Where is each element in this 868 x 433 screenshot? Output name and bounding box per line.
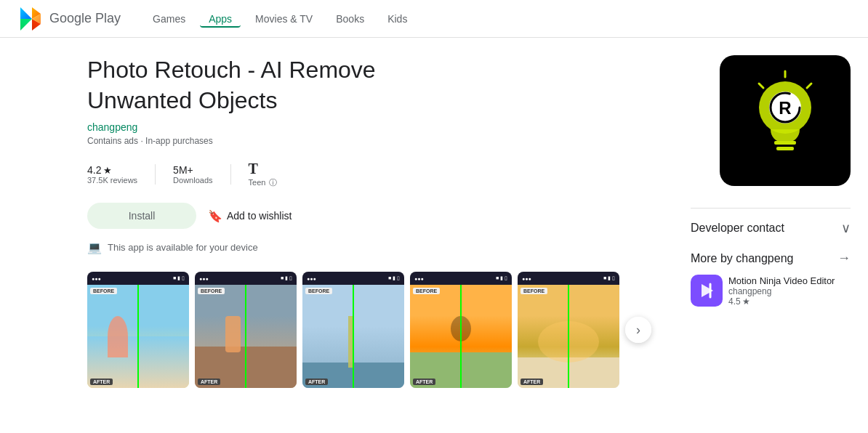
screenshot-2[interactable]: ●●●■ ▮ ▯ BEFORE AFTER xyxy=(195,272,297,388)
nav-item-games[interactable]: Games xyxy=(144,13,194,25)
nav-list: Games Apps Movies & TV Books Kids xyxy=(144,13,416,25)
right-panel: R Developer contact ∨ More by xyxy=(691,55,851,388)
stats-row: 4.2 ★ 37.5K reviews 5M+ Downloads T Teen… xyxy=(87,161,662,188)
statusbar-2: ●●●■ ▮ ▯ xyxy=(195,272,297,285)
screenshots-container: ●●●■ ▮ ▯ BEFORE AFTER xyxy=(87,272,619,388)
screenshot-mockup-4: ●●●■ ▮ ▯ BEFORE AFTER xyxy=(410,272,512,388)
info-icon[interactable]: ⓘ xyxy=(269,178,277,187)
motion-ninja-icon xyxy=(694,278,719,303)
after-badge-3: AFTER xyxy=(305,379,328,385)
rating-value: 4.2 ★ xyxy=(87,164,112,176)
screenshot-3[interactable]: ●●●■ ▮ ▯ BEFORE AFTER xyxy=(302,272,404,388)
main-nav: Games Apps Movies & TV Books Kids xyxy=(144,13,416,25)
before-badge-1: BEFORE xyxy=(90,288,117,294)
before-badge-2: BEFORE xyxy=(198,288,225,294)
related-app-icon xyxy=(691,275,723,307)
screenshot-body-2: BEFORE AFTER xyxy=(195,285,297,388)
nav-link-movies[interactable]: Movies & TV xyxy=(246,10,321,28)
play-logo-icon xyxy=(17,6,44,32)
developer-link[interactable]: changpeng xyxy=(87,121,662,133)
logo-text: Google Play xyxy=(49,11,121,26)
google-play-logo[interactable]: Google Play xyxy=(17,6,121,32)
device-icon: 💻 xyxy=(87,240,102,254)
rating-category-icon: T xyxy=(249,161,258,177)
related-app-row[interactable]: Motion Ninja Video Editor changpeng 4.5 … xyxy=(691,275,851,307)
stat-downloads: 5M+ Downloads xyxy=(173,164,230,185)
downloads-value: 5M+ xyxy=(173,164,193,176)
screenshot-body-4: BEFORE AFTER xyxy=(410,285,512,388)
statusbar-1: ●●●■ ▮ ▯ xyxy=(87,272,189,285)
before-badge-4: BEFORE xyxy=(413,288,440,294)
app-meta: Contains ads · In-app purchases xyxy=(87,136,662,146)
screenshot-mockup-3: ●●●■ ▮ ▯ BEFORE AFTER xyxy=(302,272,404,388)
before-badge-3: BEFORE xyxy=(305,288,332,294)
device-available: 💻 This app is available for your device xyxy=(87,240,662,254)
app-icon: R xyxy=(720,55,851,186)
star-icon: ★ xyxy=(103,165,112,176)
app-title-line2: Unwanted Objects xyxy=(87,87,277,113)
header: Google Play Games Apps Movies & TV Books… xyxy=(0,0,868,38)
screenshot-5[interactable]: ●●●■ ▮ ▯ BEFORE AFTER xyxy=(518,272,619,388)
screenshots-next-button[interactable]: › xyxy=(625,317,651,343)
nav-link-apps[interactable]: Apps xyxy=(200,10,241,28)
divider-line-2 xyxy=(245,285,246,388)
divider-line-1 xyxy=(137,285,139,388)
nav-link-books[interactable]: Books xyxy=(327,10,373,28)
statusbar-3: ●●●■ ▮ ▯ xyxy=(302,272,404,285)
teen-icon: T xyxy=(249,161,258,177)
screenshot-4[interactable]: ●●●■ ▮ ▯ BEFORE AFTER xyxy=(410,272,512,388)
arrow-right-icon[interactable]: → xyxy=(837,251,851,266)
screenshots-section: ●●●■ ▮ ▯ BEFORE AFTER xyxy=(0,272,662,388)
screenshot-body-5: BEFORE AFTER xyxy=(518,285,619,388)
svg-rect-2 xyxy=(774,141,796,145)
stat-rating-category: T Teen ⓘ xyxy=(249,161,295,188)
nav-item-kids[interactable]: Kids xyxy=(379,13,416,25)
install-button[interactable]: Install xyxy=(87,203,196,229)
related-app-developer: changpeng xyxy=(728,286,851,296)
more-by-section: More by changpeng → Motion Ninja Video E… xyxy=(691,251,851,307)
developer-contact-title: Developer contact xyxy=(691,222,784,235)
nav-item-movies[interactable]: Movies & TV xyxy=(246,13,321,25)
statusbar-4: ●●●■ ▮ ▯ xyxy=(410,272,512,285)
after-badge-5: AFTER xyxy=(521,379,543,385)
rating-number: 4.2 xyxy=(87,164,101,176)
chevron-right-icon: › xyxy=(636,323,640,338)
screenshot-body-1: BEFORE AFTER xyxy=(87,285,189,388)
statusbar-5: ●●●■ ▮ ▯ xyxy=(518,272,619,285)
main-container: Photo Retouch - AI Remove Unwanted Objec… xyxy=(0,38,868,388)
more-by-header[interactable]: More by changpeng → xyxy=(691,251,851,266)
nav-link-games[interactable]: Games xyxy=(144,10,194,28)
wishlist-button[interactable]: 🔖 Add to wishlist xyxy=(208,209,292,223)
before-badge-5: BEFORE xyxy=(521,288,547,294)
svg-text:R: R xyxy=(779,98,791,118)
divider-line-3 xyxy=(353,285,354,388)
app-title-line1: Photo Retouch - AI Remove xyxy=(87,57,376,83)
nav-link-kids[interactable]: Kids xyxy=(379,10,416,28)
chevron-down-icon: ∨ xyxy=(841,220,851,236)
screenshot-mockup-5: ●●●■ ▮ ▯ BEFORE AFTER xyxy=(518,272,619,388)
buttons-row: Install 🔖 Add to wishlist xyxy=(87,203,662,229)
rating-count: 37.5K reviews xyxy=(87,176,137,185)
nav-item-books[interactable]: Books xyxy=(327,13,373,25)
after-badge-4: AFTER xyxy=(413,379,435,385)
downloads-label: Downloads xyxy=(173,176,212,185)
rating-category-label: Teen ⓘ xyxy=(249,177,278,188)
related-app-star-icon: ★ xyxy=(742,296,750,307)
screenshot-mockup-1: ●●●■ ▮ ▯ BEFORE AFTER xyxy=(87,272,189,388)
after-badge-1: AFTER xyxy=(90,379,113,385)
rating-category-text: Teen xyxy=(249,178,266,187)
bottom-right-sections: Developer contact ∨ More by changpeng → xyxy=(691,208,851,307)
divider-line-4 xyxy=(460,285,462,388)
bookmark-icon: 🔖 xyxy=(208,209,222,223)
related-app-rating-value: 4.5 xyxy=(728,296,741,307)
screenshot-1[interactable]: ●●●■ ▮ ▯ BEFORE AFTER xyxy=(87,272,189,388)
related-app-info: Motion Ninja Video Editor changpeng 4.5 … xyxy=(728,275,851,307)
screenshot-mockup-2: ●●●■ ▮ ▯ BEFORE AFTER xyxy=(195,272,297,388)
svg-rect-3 xyxy=(776,147,794,150)
after-badge-2: AFTER xyxy=(198,379,220,385)
nav-item-apps[interactable]: Apps xyxy=(200,13,241,25)
device-message: This app is available for your device xyxy=(108,242,258,253)
developer-contact-header[interactable]: Developer contact ∨ xyxy=(691,220,851,236)
developer-contact-section: Developer contact ∨ xyxy=(691,220,851,236)
screenshot-body-3: BEFORE AFTER xyxy=(302,285,404,388)
